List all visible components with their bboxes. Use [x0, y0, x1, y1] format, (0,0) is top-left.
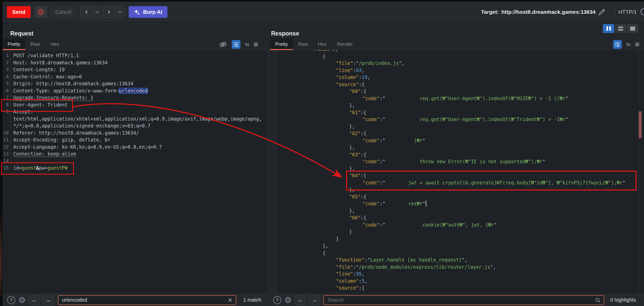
response-line[interactable]: "frames":[ — [277, 50, 644, 53]
response-line[interactable]: }, — [277, 123, 644, 130]
request-line[interactable]: 15id=guest&pw=guestPW — [3, 164, 268, 172]
request-line[interactable]: 6Content-Type: application/x-www-form-ur… — [3, 87, 268, 95]
tab-render[interactable]: Render — [332, 38, 358, 50]
response-line[interactable]: "code":" res₩r" — [277, 200, 644, 207]
send-button[interactable]: Send — [7, 6, 31, 18]
layout-columns-button[interactable] — [603, 24, 614, 33]
response-line[interactable]: "65":{ — [277, 193, 644, 201]
response-line[interactable]: "61":{ — [277, 109, 644, 116]
response-line[interactable]: "60":{ — [277, 88, 644, 95]
response-menu-icon[interactable]: ≡ — [635, 41, 639, 48]
tab-pretty[interactable]: Pretty — [3, 38, 26, 50]
layout-rows-button[interactable] — [615, 24, 626, 33]
response-line[interactable]: "file":"/prob/index.js", — [277, 60, 644, 67]
http-version-label[interactable]: HTTP/1 — [618, 2, 637, 22]
newline-visibility-toggle[interactable]: \n — [245, 42, 249, 47]
response-search-input[interactable] — [323, 295, 604, 305]
history-forward-dropdown[interactable] — [116, 6, 123, 18]
previous-match-button[interactable]: ← — [29, 295, 40, 305]
response-line[interactable]: "66":{ — [277, 214, 644, 221]
burp-ai-button[interactable]: Burp AI — [129, 6, 167, 18]
request-search-input[interactable] — [58, 295, 236, 305]
request-line[interactable]: 8User-Agent: Trident — [3, 101, 268, 109]
response-line[interactable]: { — [277, 53, 644, 60]
tab-hex[interactable]: Hex — [45, 38, 64, 50]
response-scrollbar-track[interactable] — [639, 50, 643, 294]
next-match-button[interactable]: → — [309, 295, 320, 305]
response-line[interactable]: "line":95, — [277, 270, 644, 278]
request-line[interactable]: 2Host: host8.dreamhack.games:13634 — [3, 59, 268, 66]
chevron-down-icon — [95, 10, 99, 13]
search-help-icon[interactable]: ? — [273, 296, 281, 304]
response-line[interactable]: "code":" req.get(₩"User-Agent₩").indexOf… — [277, 95, 644, 102]
response-editor[interactable]: "frames":[{"file":"/prob/index.js","line… — [276, 50, 644, 294]
search-help-icon[interactable]: ? — [7, 296, 15, 304]
history-back-button[interactable]: ‹ — [80, 6, 93, 18]
response-panel-title: Response — [271, 30, 299, 37]
response-line[interactable]: "64":{ — [277, 172, 644, 179]
clear-search-icon[interactable]: ✕ — [228, 297, 232, 304]
previous-match-button[interactable]: ← — [295, 295, 306, 305]
response-line[interactable]: "code":" jwt = await cryptolib.generateJ… — [277, 179, 644, 186]
response-line[interactable]: "62":{ — [277, 130, 644, 137]
response-line[interactable]: }, — [277, 186, 644, 193]
response-line[interactable]: "file":"/prob/node_modules/express/lib/r… — [277, 264, 644, 271]
request-line[interactable]: 5Origin: http://host8.dreamhack.games:13… — [3, 80, 268, 87]
request-editor[interactable]: 1POST /validate HTTP/1.12Host: host8.dre… — [3, 50, 268, 294]
request-line[interactable]: 9Accept: — [3, 108, 268, 115]
response-line[interactable]: "code":" throw new Error(₩"IE is not sup… — [277, 158, 644, 165]
text-caret — [426, 201, 426, 206]
request-line[interactable]: 12Accept-Language: ko-KR,ko;q=0.9,en-US;… — [3, 144, 268, 151]
request-line[interactable]: 14 — [3, 158, 268, 165]
response-line[interactable]: "source":{ — [277, 81, 644, 88]
response-line[interactable]: "function":"Layer.handle [as handle_requ… — [277, 256, 644, 264]
newline-visibility-toggle[interactable]: \n — [626, 42, 630, 47]
edit-target-pencil-icon[interactable] — [598, 8, 606, 16]
word-wrap-toggle[interactable] — [232, 40, 240, 49]
response-line[interactable]: "code":" .cookie(₩"auth₩", jwt, {₩r" — [277, 221, 644, 229]
history-back-dropdown[interactable] — [94, 6, 101, 18]
history-forward-button[interactable]: › — [103, 6, 115, 18]
response-line[interactable]: { — [277, 250, 644, 257]
response-line[interactable]: }, — [277, 102, 644, 109]
request-line[interactable]: */*;q=0.8,application/signed-exchange;v=… — [3, 122, 268, 130]
response-line[interactable]: }, — [277, 144, 644, 151]
response-line[interactable]: "column":19, — [277, 74, 644, 81]
response-line[interactable]: "code":" req.get(₩"User-Agent₩").indexOf… — [277, 116, 644, 123]
tab-pretty[interactable]: Pretty — [270, 38, 293, 50]
search-settings-gear-icon[interactable]: ⚙ — [284, 296, 292, 304]
request-line[interactable]: 3Content-Length: 19 — [3, 66, 268, 73]
response-scrollbar-thumb[interactable] — [639, 111, 642, 138]
cancel-button[interactable]: Cancel — [51, 6, 76, 18]
send-settings-gear-icon[interactable]: ⚙ — [34, 6, 47, 18]
word-wrap-toggle[interactable] — [613, 40, 622, 49]
search-settings-gear-icon[interactable]: ⚙ — [18, 296, 26, 304]
tab-raw[interactable]: Raw — [26, 38, 45, 50]
request-line[interactable]: 7Upgrade-Insecure-Requests: 1 — [3, 94, 268, 101]
request-menu-icon[interactable]: ≡ — [254, 41, 258, 48]
help-icon[interactable] — [640, 8, 644, 15]
tab-raw[interactable]: Raw — [293, 38, 313, 50]
response-line[interactable]: "column":5, — [277, 278, 644, 285]
next-match-button[interactable]: → — [43, 295, 54, 305]
tab-hex[interactable]: Hex — [313, 38, 332, 50]
response-line[interactable]: }, — [277, 165, 644, 172]
response-line[interactable]: "source":{ — [277, 285, 644, 292]
request-line[interactable]: 13Connection: keep-alive — [3, 150, 268, 158]
response-line[interactable]: "line":63, — [277, 67, 644, 74]
layout-single-button[interactable] — [627, 24, 638, 33]
response-line[interactable]: "code":" )₩r" — [277, 137, 644, 144]
request-line[interactable]: 11Accept-Encoding: gzip, deflate, br — [3, 136, 268, 144]
toolbar-separator — [615, 8, 615, 16]
response-line[interactable]: }, — [277, 242, 644, 250]
request-line[interactable]: text/html,application/xhtml+xml,applicat… — [3, 115, 268, 123]
request-line[interactable]: 4Cache-Control: max-age=0 — [3, 73, 268, 80]
request-lines: 1POST /validate HTTP/1.12Host: host8.dre… — [3, 52, 268, 172]
response-line[interactable]: } — [277, 228, 644, 236]
hide-nonprinting-eye-off-icon[interactable] — [219, 40, 227, 49]
request-line[interactable]: 1POST /validate HTTP/1.1 — [3, 52, 268, 59]
request-line[interactable]: 10Referer: http://host8.dreamhack.games:… — [3, 130, 268, 137]
response-line[interactable]: }, — [277, 207, 644, 215]
response-line[interactable]: } — [277, 236, 644, 243]
response-line[interactable]: "63":{ — [277, 151, 644, 158]
